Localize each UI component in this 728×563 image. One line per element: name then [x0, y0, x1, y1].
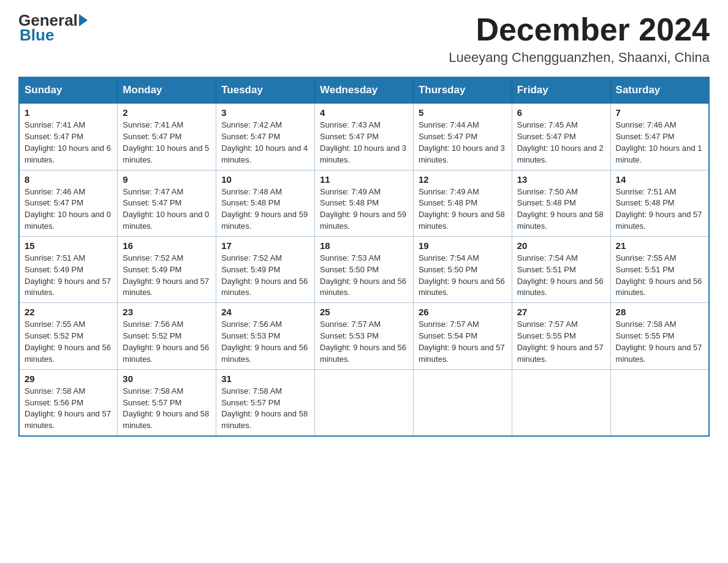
- day-number: 8: [25, 174, 112, 185]
- table-row: 2Sunrise: 7:41 AMSunset: 5:47 PMDaylight…: [118, 103, 216, 170]
- day-info: Sunrise: 7:46 AMSunset: 5:47 PMDaylight:…: [616, 120, 703, 166]
- day-number: 22: [25, 307, 112, 317]
- table-row: 22Sunrise: 7:55 AMSunset: 5:52 PMDayligh…: [19, 303, 118, 369]
- table-row: [610, 369, 709, 436]
- table-row: 29Sunrise: 7:58 AMSunset: 5:56 PMDayligh…: [19, 369, 118, 436]
- table-row: 14Sunrise: 7:51 AMSunset: 5:48 PMDayligh…: [610, 170, 709, 236]
- day-info: Sunrise: 7:44 AMSunset: 5:47 PMDaylight:…: [419, 120, 507, 166]
- calendar-week-row: 29Sunrise: 7:58 AMSunset: 5:56 PMDayligh…: [19, 369, 709, 436]
- table-row: [413, 369, 512, 436]
- table-row: 11Sunrise: 7:49 AMSunset: 5:48 PMDayligh…: [315, 170, 414, 236]
- day-number: 20: [517, 240, 605, 251]
- day-info: Sunrise: 7:42 AMSunset: 5:47 PMDaylight:…: [221, 120, 309, 166]
- day-info: Sunrise: 7:53 AMSunset: 5:50 PMDaylight:…: [320, 253, 408, 299]
- table-row: 16Sunrise: 7:52 AMSunset: 5:49 PMDayligh…: [118, 236, 216, 302]
- col-sunday: Sunday: [19, 77, 118, 103]
- day-info: Sunrise: 7:56 AMSunset: 5:52 PMDaylight:…: [123, 319, 211, 365]
- day-number: 19: [419, 240, 507, 251]
- day-info: Sunrise: 7:47 AMSunset: 5:47 PMDaylight:…: [123, 186, 211, 232]
- table-row: 4Sunrise: 7:43 AMSunset: 5:47 PMDaylight…: [315, 103, 414, 170]
- day-info: Sunrise: 7:56 AMSunset: 5:53 PMDaylight:…: [221, 319, 309, 365]
- table-row: 6Sunrise: 7:45 AMSunset: 5:47 PMDaylight…: [512, 103, 610, 170]
- col-wednesday: Wednesday: [315, 77, 414, 103]
- calendar-header-row: Sunday Monday Tuesday Wednesday Thursday…: [19, 77, 709, 103]
- day-info: Sunrise: 7:58 AMSunset: 5:57 PMDaylight:…: [123, 386, 211, 432]
- day-info: Sunrise: 7:41 AMSunset: 5:47 PMDaylight:…: [123, 120, 211, 166]
- day-info: Sunrise: 7:50 AMSunset: 5:48 PMDaylight:…: [517, 186, 605, 232]
- col-thursday: Thursday: [413, 77, 512, 103]
- day-info: Sunrise: 7:43 AMSunset: 5:47 PMDaylight:…: [320, 120, 408, 166]
- day-info: Sunrise: 7:57 AMSunset: 5:54 PMDaylight:…: [419, 319, 507, 365]
- table-row: 17Sunrise: 7:52 AMSunset: 5:49 PMDayligh…: [216, 236, 315, 302]
- table-row: 24Sunrise: 7:56 AMSunset: 5:53 PMDayligh…: [216, 303, 315, 369]
- page-header: General Blue December 2024 Lueeyang Chen…: [18, 12, 710, 66]
- day-number: 2: [123, 107, 211, 118]
- day-number: 4: [320, 107, 408, 118]
- table-row: 5Sunrise: 7:44 AMSunset: 5:47 PMDaylight…: [413, 103, 512, 170]
- day-number: 13: [517, 174, 605, 185]
- day-number: 17: [221, 240, 309, 251]
- table-row: 18Sunrise: 7:53 AMSunset: 5:50 PMDayligh…: [315, 236, 414, 302]
- day-number: 11: [320, 174, 408, 185]
- day-info: Sunrise: 7:46 AMSunset: 5:47 PMDaylight:…: [25, 186, 112, 232]
- col-tuesday: Tuesday: [216, 77, 315, 103]
- table-row: 26Sunrise: 7:57 AMSunset: 5:54 PMDayligh…: [413, 303, 512, 369]
- table-row: 21Sunrise: 7:55 AMSunset: 5:51 PMDayligh…: [610, 236, 709, 302]
- logo: General Blue: [18, 12, 89, 45]
- day-info: Sunrise: 7:55 AMSunset: 5:52 PMDaylight:…: [25, 319, 112, 365]
- table-row: 31Sunrise: 7:58 AMSunset: 5:57 PMDayligh…: [216, 369, 315, 436]
- day-info: Sunrise: 7:54 AMSunset: 5:50 PMDaylight:…: [419, 253, 507, 299]
- day-number: 23: [123, 307, 211, 317]
- day-info: Sunrise: 7:58 AMSunset: 5:57 PMDaylight:…: [221, 386, 309, 432]
- table-row: 9Sunrise: 7:47 AMSunset: 5:47 PMDaylight…: [118, 170, 216, 236]
- col-monday: Monday: [118, 77, 216, 103]
- day-info: Sunrise: 7:52 AMSunset: 5:49 PMDaylight:…: [123, 253, 211, 299]
- day-number: 14: [616, 174, 703, 185]
- table-row: 28Sunrise: 7:58 AMSunset: 5:55 PMDayligh…: [610, 303, 709, 369]
- day-number: 6: [517, 107, 605, 118]
- day-number: 29: [25, 373, 112, 384]
- title-block: December 2024 Lueeyang Chengguanzhen, Sh…: [449, 12, 710, 66]
- day-info: Sunrise: 7:51 AMSunset: 5:49 PMDaylight:…: [25, 253, 112, 299]
- day-number: 3: [221, 107, 309, 118]
- day-info: Sunrise: 7:58 AMSunset: 5:56 PMDaylight:…: [25, 386, 112, 432]
- table-row: 12Sunrise: 7:49 AMSunset: 5:48 PMDayligh…: [413, 170, 512, 236]
- logo-blue: Blue: [20, 26, 54, 45]
- day-number: 26: [419, 307, 507, 317]
- day-number: 1: [25, 107, 112, 118]
- table-row: 15Sunrise: 7:51 AMSunset: 5:49 PMDayligh…: [19, 236, 118, 302]
- col-saturday: Saturday: [610, 77, 709, 103]
- day-info: Sunrise: 7:49 AMSunset: 5:48 PMDaylight:…: [419, 186, 507, 232]
- day-info: Sunrise: 7:51 AMSunset: 5:48 PMDaylight:…: [616, 186, 703, 232]
- location-title: Lueeyang Chengguanzhen, Shaanxi, China: [449, 50, 710, 66]
- day-number: 24: [221, 307, 309, 317]
- day-info: Sunrise: 7:55 AMSunset: 5:51 PMDaylight:…: [616, 253, 703, 299]
- day-number: 10: [221, 174, 309, 185]
- day-number: 5: [419, 107, 507, 118]
- table-row: 8Sunrise: 7:46 AMSunset: 5:47 PMDaylight…: [19, 170, 118, 236]
- day-info: Sunrise: 7:45 AMSunset: 5:47 PMDaylight:…: [517, 120, 605, 166]
- day-number: 28: [616, 307, 703, 317]
- day-number: 27: [517, 307, 605, 317]
- table-row: 3Sunrise: 7:42 AMSunset: 5:47 PMDaylight…: [216, 103, 315, 170]
- day-info: Sunrise: 7:54 AMSunset: 5:51 PMDaylight:…: [517, 253, 605, 299]
- day-info: Sunrise: 7:41 AMSunset: 5:47 PMDaylight:…: [25, 120, 112, 166]
- table-row: 20Sunrise: 7:54 AMSunset: 5:51 PMDayligh…: [512, 236, 610, 302]
- day-number: 16: [123, 240, 211, 251]
- logo-arrow-icon: [79, 14, 88, 26]
- calendar-week-row: 22Sunrise: 7:55 AMSunset: 5:52 PMDayligh…: [19, 303, 709, 369]
- table-row: 7Sunrise: 7:46 AMSunset: 5:47 PMDaylight…: [610, 103, 709, 170]
- table-row: [315, 369, 414, 436]
- calendar-table: Sunday Monday Tuesday Wednesday Thursday…: [18, 77, 710, 437]
- calendar-week-row: 8Sunrise: 7:46 AMSunset: 5:47 PMDaylight…: [19, 170, 709, 236]
- day-info: Sunrise: 7:57 AMSunset: 5:55 PMDaylight:…: [517, 319, 605, 365]
- day-info: Sunrise: 7:48 AMSunset: 5:48 PMDaylight:…: [221, 186, 309, 232]
- day-number: 9: [123, 174, 211, 185]
- day-number: 31: [221, 373, 309, 384]
- table-row: 25Sunrise: 7:57 AMSunset: 5:53 PMDayligh…: [315, 303, 414, 369]
- table-row: 23Sunrise: 7:56 AMSunset: 5:52 PMDayligh…: [118, 303, 216, 369]
- day-number: 12: [419, 174, 507, 185]
- col-friday: Friday: [512, 77, 610, 103]
- day-info: Sunrise: 7:52 AMSunset: 5:49 PMDaylight:…: [221, 253, 309, 299]
- table-row: 27Sunrise: 7:57 AMSunset: 5:55 PMDayligh…: [512, 303, 610, 369]
